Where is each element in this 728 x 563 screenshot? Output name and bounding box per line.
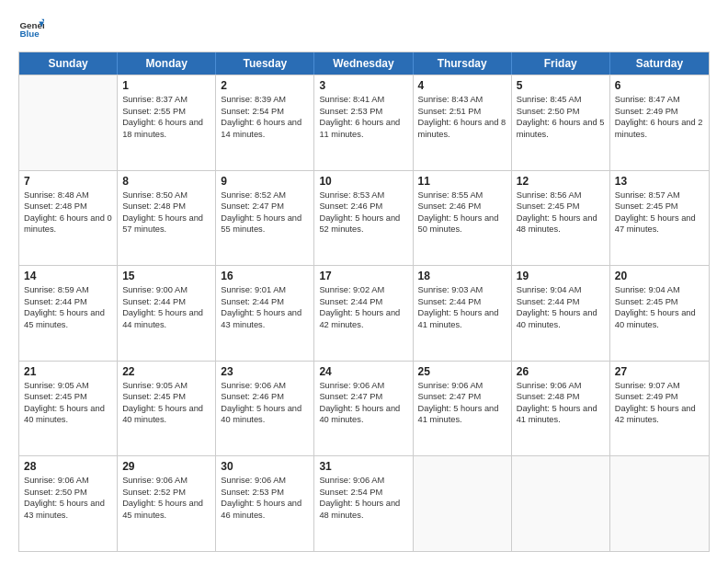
cal-cell: 20Sunrise: 9:04 AMSunset: 2:45 PMDayligh… xyxy=(610,266,709,361)
cal-week-3: 21Sunrise: 9:05 AMSunset: 2:45 PMDayligh… xyxy=(19,361,709,456)
cal-cell: 22Sunrise: 9:05 AMSunset: 2:45 PMDayligh… xyxy=(118,362,216,456)
header-day-wednesday: Wednesday xyxy=(314,52,413,75)
day-number: 8 xyxy=(122,175,210,188)
sunrise-text: Sunrise: 8:52 AM xyxy=(221,190,309,201)
cal-cell xyxy=(19,75,118,170)
sunset-text: Sunset: 2:48 PM xyxy=(24,201,112,213)
sunset-text: Sunset: 2:45 PM xyxy=(615,201,704,213)
daylight-text: Daylight: 6 hours and 11 minutes. xyxy=(319,117,407,140)
cal-cell: 21Sunrise: 9:05 AMSunset: 2:45 PMDayligh… xyxy=(19,362,118,456)
day-number: 25 xyxy=(418,365,506,378)
cal-cell: 10Sunrise: 8:53 AMSunset: 2:46 PMDayligh… xyxy=(314,171,413,266)
sunrise-text: Sunrise: 9:04 AM xyxy=(615,284,704,296)
day-number: 11 xyxy=(418,175,506,188)
daylight-text: Daylight: 5 hours and 41 minutes. xyxy=(418,403,506,426)
day-number: 14 xyxy=(24,270,112,282)
cal-cell: 16Sunrise: 9:01 AMSunset: 2:44 PMDayligh… xyxy=(216,266,314,361)
day-number: 29 xyxy=(122,460,210,473)
cal-cell: 2Sunrise: 8:39 AMSunset: 2:54 PMDaylight… xyxy=(216,75,314,170)
cal-cell: 28Sunrise: 9:06 AMSunset: 2:50 PMDayligh… xyxy=(19,456,118,551)
sunset-text: Sunset: 2:47 PM xyxy=(418,391,506,403)
day-number: 18 xyxy=(418,270,506,282)
cal-cell xyxy=(610,456,709,551)
sunset-text: Sunset: 2:55 PM xyxy=(122,106,210,118)
day-number: 28 xyxy=(24,460,112,473)
day-number: 20 xyxy=(615,270,704,282)
sunset-text: Sunset: 2:45 PM xyxy=(615,296,704,308)
cal-cell: 8Sunrise: 8:50 AMSunset: 2:48 PMDaylight… xyxy=(118,171,216,266)
sunset-text: Sunset: 2:47 PM xyxy=(221,201,309,213)
sunset-text: Sunset: 2:46 PM xyxy=(418,201,506,213)
sunrise-text: Sunrise: 8:50 AM xyxy=(122,190,210,201)
daylight-text: Daylight: 5 hours and 43 minutes. xyxy=(221,307,309,330)
sunrise-text: Sunrise: 9:07 AM xyxy=(615,380,704,392)
sunset-text: Sunset: 2:45 PM xyxy=(24,391,112,403)
sunrise-text: Sunrise: 9:06 AM xyxy=(319,475,407,487)
day-number: 6 xyxy=(615,79,704,92)
cal-cell: 9Sunrise: 8:52 AMSunset: 2:47 PMDaylight… xyxy=(216,171,314,266)
day-number: 15 xyxy=(122,270,210,282)
daylight-text: Daylight: 5 hours and 48 minutes. xyxy=(319,498,407,521)
daylight-text: Daylight: 5 hours and 40 minutes. xyxy=(24,403,112,426)
cal-week-4: 28Sunrise: 9:06 AMSunset: 2:50 PMDayligh… xyxy=(19,455,709,551)
day-number: 1 xyxy=(122,79,210,92)
day-number: 2 xyxy=(221,79,309,92)
daylight-text: Daylight: 5 hours and 55 minutes. xyxy=(221,213,309,236)
sunrise-text: Sunrise: 9:02 AM xyxy=(319,284,407,296)
daylight-text: Daylight: 5 hours and 40 minutes. xyxy=(221,403,309,426)
day-number: 21 xyxy=(24,365,112,378)
sunrise-text: Sunrise: 8:57 AM xyxy=(615,190,704,201)
cal-cell: 26Sunrise: 9:06 AMSunset: 2:48 PMDayligh… xyxy=(512,362,610,456)
cal-cell: 24Sunrise: 9:06 AMSunset: 2:47 PMDayligh… xyxy=(314,362,413,456)
cal-cell: 25Sunrise: 9:06 AMSunset: 2:47 PMDayligh… xyxy=(414,362,512,456)
daylight-text: Daylight: 6 hours and 0 minutes. xyxy=(24,213,112,236)
sunset-text: Sunset: 2:44 PM xyxy=(122,296,210,308)
sunset-text: Sunset: 2:53 PM xyxy=(319,106,407,118)
sunset-text: Sunset: 2:48 PM xyxy=(122,201,210,213)
sunrise-text: Sunrise: 9:05 AM xyxy=(24,380,112,392)
sunset-text: Sunset: 2:51 PM xyxy=(418,106,506,118)
daylight-text: Daylight: 5 hours and 42 minutes. xyxy=(319,307,407,330)
cal-cell: 19Sunrise: 9:04 AMSunset: 2:44 PMDayligh… xyxy=(512,266,610,361)
cal-cell: 30Sunrise: 9:06 AMSunset: 2:53 PMDayligh… xyxy=(216,456,314,551)
day-number: 27 xyxy=(615,365,704,378)
day-number: 7 xyxy=(24,175,112,188)
sunset-text: Sunset: 2:52 PM xyxy=(122,487,210,499)
sunrise-text: Sunrise: 9:06 AM xyxy=(221,475,309,487)
sunset-text: Sunset: 2:47 PM xyxy=(319,391,407,403)
cal-cell: 31Sunrise: 9:06 AMSunset: 2:54 PMDayligh… xyxy=(314,456,413,551)
day-number: 13 xyxy=(615,175,704,188)
cal-cell: 14Sunrise: 8:59 AMSunset: 2:44 PMDayligh… xyxy=(19,266,118,361)
daylight-text: Daylight: 6 hours and 5 minutes. xyxy=(517,117,605,140)
cal-cell: 3Sunrise: 8:41 AMSunset: 2:53 PMDaylight… xyxy=(314,75,413,170)
sunrise-text: Sunrise: 9:06 AM xyxy=(517,380,605,392)
sunset-text: Sunset: 2:54 PM xyxy=(221,106,309,118)
cal-week-1: 7Sunrise: 8:48 AMSunset: 2:48 PMDaylight… xyxy=(19,170,709,266)
sunset-text: Sunset: 2:45 PM xyxy=(517,201,605,213)
sunrise-text: Sunrise: 9:04 AM xyxy=(517,284,605,296)
sunrise-text: Sunrise: 9:05 AM xyxy=(122,380,210,392)
sunrise-text: Sunrise: 8:48 AM xyxy=(24,190,112,201)
daylight-text: Daylight: 5 hours and 40 minutes. xyxy=(517,307,605,330)
daylight-text: Daylight: 5 hours and 40 minutes. xyxy=(122,403,210,426)
cal-week-2: 14Sunrise: 8:59 AMSunset: 2:44 PMDayligh… xyxy=(19,265,709,361)
sunset-text: Sunset: 2:50 PM xyxy=(24,487,112,499)
sunrise-text: Sunrise: 8:37 AM xyxy=(122,94,210,106)
cal-cell xyxy=(414,456,512,551)
calendar: SundayMondayTuesdayWednesdayThursdayFrid… xyxy=(18,52,710,552)
cal-cell: 27Sunrise: 9:07 AMSunset: 2:49 PMDayligh… xyxy=(610,362,709,456)
cal-cell: 12Sunrise: 8:56 AMSunset: 2:45 PMDayligh… xyxy=(512,171,610,266)
sunset-text: Sunset: 2:54 PM xyxy=(319,487,407,499)
cal-cell: 7Sunrise: 8:48 AMSunset: 2:48 PMDaylight… xyxy=(19,171,118,266)
day-number: 10 xyxy=(319,175,407,188)
daylight-text: Daylight: 5 hours and 43 minutes. xyxy=(24,498,112,521)
daylight-text: Daylight: 5 hours and 44 minutes. xyxy=(122,307,210,330)
daylight-text: Daylight: 5 hours and 45 minutes. xyxy=(24,307,112,330)
sunrise-text: Sunrise: 9:01 AM xyxy=(221,284,309,296)
sunset-text: Sunset: 2:45 PM xyxy=(122,391,210,403)
day-number: 31 xyxy=(319,460,407,473)
cal-cell: 13Sunrise: 8:57 AMSunset: 2:45 PMDayligh… xyxy=(610,171,709,266)
sunrise-text: Sunrise: 8:53 AM xyxy=(319,190,407,201)
cal-cell xyxy=(512,456,610,551)
cal-cell: 18Sunrise: 9:03 AMSunset: 2:44 PMDayligh… xyxy=(414,266,512,361)
